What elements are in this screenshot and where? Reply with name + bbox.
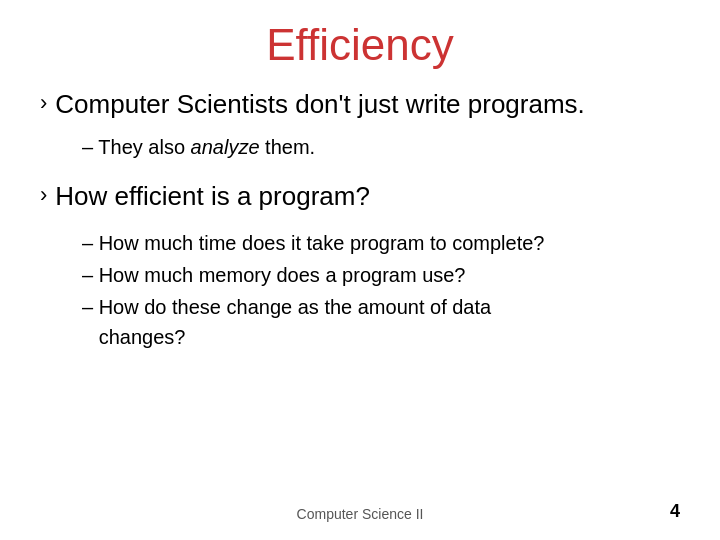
sub-bullet-text-1-1: – They also analyze them. [82, 136, 315, 158]
footer: Computer Science II [0, 506, 720, 522]
bullet-text-2: How efficient is a program? [55, 180, 370, 214]
sub-bullets-group-2: – How much time does it take program to … [40, 228, 680, 354]
footer-page: 4 [670, 501, 680, 522]
footer-label: Computer Science II [297, 506, 424, 522]
bullet-arrow-1: › [40, 89, 47, 118]
bullet-arrow-2: › [40, 181, 47, 210]
content-area: › Computer Scientists don't just write p… [40, 88, 680, 500]
bullet-text-1: Computer Scientists don't just write pro… [55, 88, 585, 122]
sub-bullet-2-2: – How much memory does a program use? [82, 260, 680, 290]
bullet-item-2: › How efficient is a program? [40, 180, 680, 214]
sub-bullet-text-2-3: – How do these change as the amount of d… [82, 296, 491, 348]
slide-container: Efficiency › Computer Scientists don't j… [0, 0, 720, 540]
sub-bullet-1-1: – They also analyze them. [82, 132, 680, 162]
bullet-item-1: › Computer Scientists don't just write p… [40, 88, 680, 122]
sub-bullet-text-2-1: – How much time does it take program to … [82, 232, 544, 254]
sub-bullet-2-3: – How do these change as the amount of d… [82, 292, 680, 352]
slide-title: Efficiency [40, 20, 680, 70]
sub-bullet-text-2-2: – How much memory does a program use? [82, 264, 466, 286]
sub-bullet-2-1: – How much time does it take program to … [82, 228, 680, 258]
